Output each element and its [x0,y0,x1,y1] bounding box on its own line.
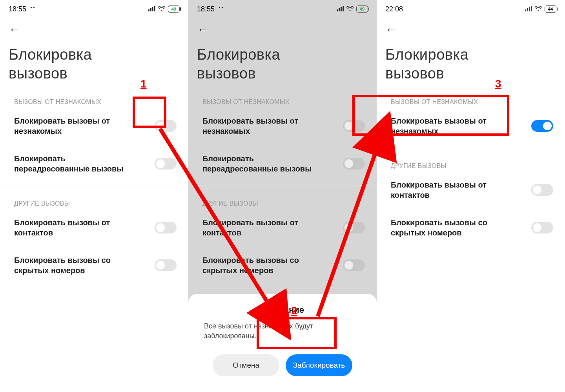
row-block-hidden[interactable]: Блокировать вызовы со скрытых номеров [377,209,565,246]
section-header-other: ДРУГИЕ ВЫЗОВЫ [0,187,188,209]
status-dots: ·· [219,4,224,12]
toggle-block-hidden[interactable] [155,259,177,271]
row-label: Блокировать переадресованные вызовы [202,153,320,174]
screen-1: 18:55 ·· 49 ← Блокировкавызовов ВЫЗОВЫ О… [0,0,188,392]
wifi-icon [346,5,354,13]
section-header-strangers: ВЫЗОВЫ ОТ НЕЗНАКОМЫХ [188,85,377,107]
svg-rect-7 [343,6,344,11]
divider [0,186,188,186]
toggle-block-hidden[interactable] [343,259,365,271]
row-label: Блокировать вызовы со скрытых номеров [202,255,320,275]
toggle-block-strangers[interactable] [531,120,553,132]
screen-3: 22:08 44 ← Блокировкавызовов ВЫЗОВЫ ОТ Н… [377,0,565,392]
confirm-button[interactable]: Заблокировать [286,354,352,376]
row-label: Блокировать переадресованные вызовы [14,153,132,174]
back-icon[interactable]: ← [385,23,397,36]
row-label: Блокировать вызовы от контактов [202,217,320,238]
row-block-hidden[interactable]: Блокировать вызовы со скрытых номеров [188,246,377,284]
confirm-sheet: Внимание Все вызовы от незнакомых будут … [188,294,377,392]
battery-icon: 49 [356,5,368,13]
status-bar: 22:08 44 [377,0,565,16]
row-label: Блокировать вызовы от контактов [14,217,132,238]
row-block-contacts[interactable]: Блокировать вызовы от контактов [377,171,565,209]
row-label: Блокировать вызовы со скрытых номеров [391,217,508,238]
row-block-strangers[interactable]: Блокировать вызовы от незнакомых [377,107,565,145]
toggle-block-strangers[interactable] [155,120,177,132]
row-label: Блокировать вызовы от незнакомых [14,116,132,136]
section-header-strangers: ВЫЗОВЫ ОТ НЕЗНАКОМЫХ [377,85,565,107]
battery-icon: 49 [168,5,180,13]
toggle-block-contacts[interactable] [531,184,553,196]
row-block-contacts[interactable]: Блокировать вызовы от контактов [188,209,377,246]
svg-rect-4 [337,9,338,11]
row-label: Блокировать вызовы от контактов [391,180,508,200]
toggle-block-forwarded[interactable] [343,158,365,170]
status-time: 18:55 [197,5,215,13]
svg-rect-5 [339,8,340,11]
screen-2: 18:55 ·· 49 ← Блокировкавызовов ВЫЗОВЫ О… [188,0,377,392]
page-title: Блокировкавызовов [188,38,377,85]
row-block-strangers[interactable]: Блокировать вызовы от незнакомых [0,107,188,145]
signal-icon [148,5,155,13]
toggle-block-strangers[interactable] [343,120,365,132]
row-block-contacts[interactable]: Блокировать вызовы от контактов [0,209,188,246]
wifi-icon [534,5,542,13]
svg-rect-9 [527,8,528,11]
toggle-block-forwarded[interactable] [155,158,177,170]
divider [377,148,565,148]
signal-icon [525,5,532,13]
back-icon[interactable]: ← [9,23,20,36]
row-block-forwarded[interactable]: Блокировать переадресованные вызовы [0,145,188,182]
sheet-text: Все вызовы от незнакомых будут заблокиро… [196,321,369,341]
row-block-forwarded[interactable]: Блокировать переадресованные вызовы [188,145,377,182]
toggle-block-contacts[interactable] [343,222,365,233]
svg-rect-11 [531,6,532,11]
divider [188,186,377,186]
row-label: Блокировать вызовы от незнакомых [391,116,508,136]
status-time: 22:08 [385,5,403,13]
status-bar: 18:55 ·· 49 [188,0,377,16]
page-title: Блокировкавызовов [0,38,188,85]
battery-icon: 44 [545,5,556,13]
row-block-strangers[interactable]: Блокировать вызовы от незнакомых [188,107,377,145]
sheet-title: Внимание [196,305,369,315]
section-header-other: ДРУГИЕ ВЫЗОВЫ [188,187,377,209]
page-title: Блокировкавызовов [377,38,565,85]
svg-rect-10 [529,7,530,11]
wifi-icon [158,5,166,13]
status-time: 18:55 [9,5,26,13]
back-icon[interactable]: ← [197,23,209,36]
signal-icon [337,5,344,13]
svg-rect-8 [525,9,526,11]
svg-rect-3 [154,6,155,11]
svg-rect-0 [148,9,149,11]
row-label: Блокировать вызовы от незнакомых [202,116,320,136]
cancel-button[interactable]: Отмена [213,354,279,376]
status-dots: ·· [30,4,36,12]
svg-rect-2 [152,7,153,11]
toggle-block-contacts[interactable] [155,222,177,233]
section-header-other: ДРУГИЕ ВЫЗОВЫ [377,149,565,171]
svg-rect-1 [150,8,151,11]
toggle-block-hidden[interactable] [531,222,553,233]
section-header-strangers: ВЫЗОВЫ ОТ НЕЗНАКОМЫХ [0,85,188,107]
svg-rect-6 [341,7,342,11]
row-block-hidden[interactable]: Блокировать вызовы со скрытых номеров [0,246,188,284]
row-label: Блокировать вызовы со скрытых номеров [14,255,132,275]
status-bar: 18:55 ·· 49 [0,0,188,16]
